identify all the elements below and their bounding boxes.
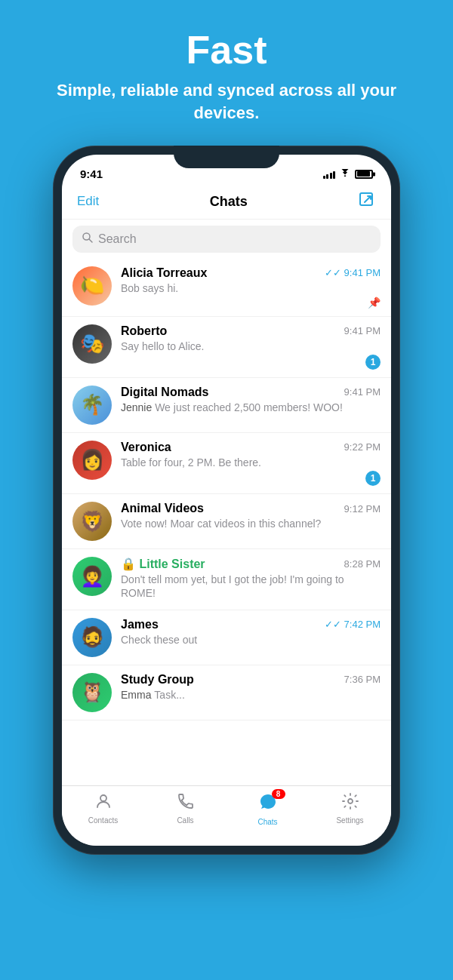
status-time: 9:41	[80, 167, 103, 180]
calls-icon	[177, 792, 195, 815]
chat-time-roberto: 9:41 PM	[344, 325, 381, 336]
double-check-icon: ✓✓	[325, 619, 341, 630]
avatar-james: 🧔	[72, 618, 112, 657]
tab-settings-label: Settings	[336, 816, 363, 825]
chat-name-veronica: Veronica	[121, 441, 171, 454]
chat-name-animal-videos: Animal Videos	[121, 502, 204, 515]
nav-bar: Edit Chats	[62, 188, 391, 220]
tab-bar: Contacts Calls	[62, 785, 391, 846]
tab-settings[interactable]: Settings	[328, 792, 373, 825]
badge-veronica: 1	[365, 471, 381, 486]
signal-bars-icon	[323, 170, 336, 179]
phone-wrapper: 9:41	[0, 146, 453, 855]
avatar-little-sister: 👩‍🦱	[72, 557, 112, 596]
chat-item-veronica[interactable]: 👩Veronica9:22 PMTable for four, 2 PM. Be…	[62, 433, 391, 494]
chat-time-little-sister: 8:28 PM	[344, 558, 381, 570]
tab-calls[interactable]: Calls	[163, 792, 208, 825]
chat-preview-veronica: Table for four, 2 PM. Be there.	[121, 456, 381, 469]
chat-time-digital-nomads: 9:41 PM	[344, 386, 381, 398]
nav-title: Chats	[210, 194, 248, 210]
tab-chats[interactable]: 8 Chats	[245, 792, 291, 826]
chats-icon: 8	[258, 792, 278, 816]
search-icon	[82, 232, 94, 247]
contacts-icon	[94, 792, 112, 815]
chat-time-james: 7:42 PM	[344, 619, 381, 630]
chat-preview-animal-videos: Vote now! Moar cat videos in this channe…	[121, 517, 381, 530]
svg-point-4	[348, 799, 353, 803]
edit-button[interactable]: Edit	[77, 194, 99, 209]
chat-item-little-sister[interactable]: 👩‍🦱🔒 Little Sister8:28 PMDon't tell mom …	[62, 549, 391, 610]
hero-subtitle: Simple, reliable and synced across all y…	[30, 79, 423, 124]
wifi-icon	[339, 168, 351, 180]
svg-point-3	[100, 795, 106, 801]
search-placeholder: Search	[98, 232, 137, 246]
chat-time-alicia: 9:41 PM	[344, 267, 381, 278]
chats-badge: 8	[272, 789, 285, 799]
chat-preview-study-group: Emma Task...	[121, 688, 381, 702]
settings-icon	[341, 792, 359, 815]
svg-line-2	[89, 239, 92, 242]
chat-preview-james: Check these out	[121, 633, 381, 647]
chat-list-container: 🍋Alicia Torreaux✓✓9:41 PMBob says hi.📌🎭R…	[62, 259, 391, 720]
phone-inner: 9:41	[62, 155, 391, 846]
chat-item-alicia[interactable]: 🍋Alicia Torreaux✓✓9:41 PMBob says hi.📌	[62, 259, 391, 317]
status-icons	[323, 168, 374, 180]
chat-name-alicia: Alicia Torreaux	[121, 266, 207, 280]
chat-item-study-group[interactable]: 🦉Study Group7:36 PMEmma Task...	[62, 665, 391, 720]
badge-roberto: 1	[365, 355, 381, 370]
avatar-roberto: 🎭	[72, 324, 112, 364]
chat-item-james[interactable]: 🧔James✓✓7:42 PMCheck these out	[62, 610, 391, 665]
battery-icon	[355, 170, 373, 179]
chat-item-animal-videos[interactable]: 🦁Animal Videos9:12 PMVote now! Moar cat …	[62, 494, 391, 549]
chat-name-james: James	[121, 618, 159, 631]
hero-section: Fast Simple, reliable and synced across …	[0, 0, 453, 146]
chat-name-little-sister: 🔒 Little Sister	[121, 557, 205, 571]
double-check-icon: ✓✓	[325, 267, 341, 278]
phone-frame: 9:41	[53, 146, 400, 855]
chat-name-roberto: Roberto	[121, 324, 167, 338]
tab-calls-label: Calls	[177, 816, 193, 825]
compose-button[interactable]	[358, 191, 376, 213]
phone-content: 9:41	[62, 155, 391, 846]
chat-name-study-group: Study Group	[121, 673, 194, 687]
chat-preview-alicia: Bob says hi.	[121, 281, 381, 295]
chat-name-digital-nomads: Digital Nomads	[121, 386, 208, 399]
avatar-alicia: 🍋	[72, 266, 112, 306]
avatar-study-group: 🦉	[72, 673, 112, 712]
chat-preview-digital-nomads: Jennie We just reached 2,500 members! WO…	[121, 401, 381, 414]
chat-preview-little-sister: Don't tell mom yet, but I got the job! I…	[121, 573, 381, 600]
chat-list: 🍋Alicia Torreaux✓✓9:41 PMBob says hi.📌🎭R…	[62, 259, 391, 846]
search-bar[interactable]: Search	[72, 226, 381, 253]
tab-contacts-label: Contacts	[88, 816, 118, 825]
notch	[174, 146, 279, 168]
chat-preview-roberto: Say hello to Alice.	[121, 339, 381, 353]
pin-icon: 📌	[368, 296, 381, 309]
chat-time-study-group: 7:36 PM	[344, 674, 381, 685]
chat-item-roberto[interactable]: 🎭Roberto9:41 PMSay hello to Alice.1	[62, 317, 391, 378]
tab-contacts[interactable]: Contacts	[81, 792, 126, 825]
avatar-veronica: 👩	[72, 441, 112, 480]
tab-chats-label: Chats	[257, 818, 277, 826]
chat-item-digital-nomads[interactable]: 🌴Digital Nomads9:41 PMJennie We just rea…	[62, 378, 391, 433]
avatar-animal-videos: 🦁	[72, 502, 112, 541]
chat-time-veronica: 9:22 PM	[344, 441, 381, 453]
avatar-digital-nomads: 🌴	[72, 386, 112, 425]
hero-title: Fast	[30, 29, 423, 72]
chat-time-animal-videos: 9:12 PM	[344, 503, 381, 515]
